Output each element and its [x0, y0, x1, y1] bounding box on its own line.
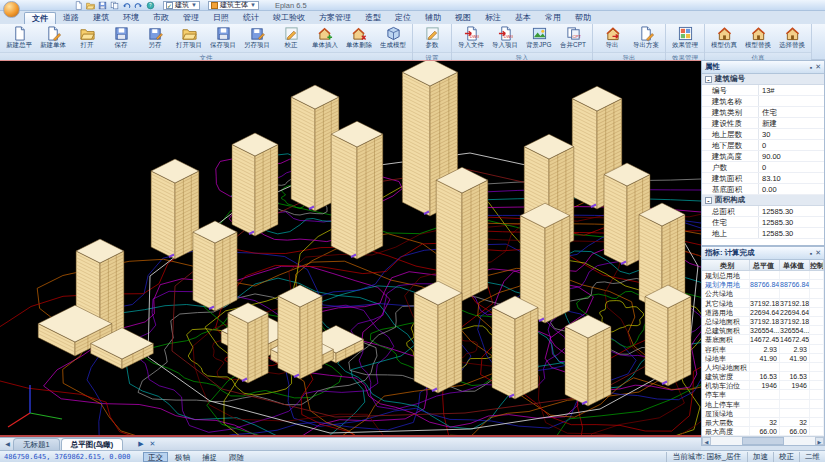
property-row[interactable]: 户数0	[702, 162, 824, 173]
scroll-right-icon[interactable]: ▶	[815, 437, 824, 445]
drawing-tab-0[interactable]: 无标题1	[13, 438, 60, 450]
ribbon-button-0-5[interactable]: 打开项目	[172, 25, 206, 51]
ribbon-button-0-9[interactable]: 单体插入	[308, 25, 342, 51]
ribbon-tab-7[interactable]: 统计	[236, 12, 266, 24]
property-row[interactable]: 地下层数0	[702, 140, 824, 151]
ribbon-tab-17[interactable]: 帮助	[568, 12, 598, 24]
qat-open-folder-icon[interactable]	[86, 1, 95, 10]
entity-combo[interactable]: 建筑主体 ▼	[208, 1, 259, 10]
pin-icon[interactable]: ▪	[810, 64, 812, 71]
ribbon-button-0-7[interactable]: 另存项目	[240, 25, 274, 51]
close-icon[interactable]: ✕	[815, 249, 821, 257]
ribbon-button-5-0[interactable]: 模型仿真	[707, 25, 741, 51]
ribbon-button-2-3[interactable]: CPT合并CPT	[556, 25, 590, 51]
status-button-1[interactable]: 校正	[773, 452, 799, 462]
stats-column-header[interactable]: 控制值	[810, 260, 824, 270]
stats-row[interactable]: 规划净用地88766.8488766.84	[702, 280, 824, 289]
property-value[interactable]: 12585.30	[759, 206, 824, 216]
stats-row[interactable]: 公共绿地	[702, 289, 824, 298]
property-row[interactable]: 编号13#	[702, 85, 824, 96]
property-row[interactable]: 总面积12585.30	[702, 206, 824, 217]
ribbon-button-0-1[interactable]: 新建单体	[36, 25, 70, 51]
ribbon-button-0-0[interactable]: 新建总平	[2, 25, 36, 51]
ribbon-tab-10[interactable]: 造型	[358, 12, 388, 24]
ribbon-button-3-0[interactable]: 导出	[595, 25, 629, 51]
qat-save-icon[interactable]	[98, 1, 107, 10]
property-value[interactable]: 0	[759, 162, 824, 172]
property-value[interactable]: 0.00	[759, 184, 824, 194]
stats-column-header[interactable]: 类别	[702, 260, 750, 270]
ribbon-button-5-2[interactable]: 选择替换	[775, 25, 809, 51]
ribbon-tab-2[interactable]: 建筑	[86, 12, 116, 24]
property-value[interactable]: 12585.30	[759, 228, 824, 238]
stats-row[interactable]: 人均绿地面积	[702, 363, 824, 372]
ribbon-tab-11[interactable]: 定位	[388, 12, 418, 24]
collapse-icon[interactable]: -	[705, 197, 712, 204]
property-row[interactable]: 建筑面积83.10	[702, 173, 824, 184]
stats-row[interactable]: 容积率2.932.93	[702, 345, 824, 354]
ribbon-tab-1[interactable]: 道路	[56, 12, 86, 24]
stats-row[interactable]: 停车率	[702, 390, 824, 399]
ribbon-tab-5[interactable]: 管理	[176, 12, 206, 24]
ribbon-tab-6[interactable]: 日照	[206, 12, 236, 24]
drawing-viewport[interactable]	[0, 60, 701, 437]
status-button-0[interactable]: 加速	[747, 452, 773, 462]
stats-column-header[interactable]: 总平值	[750, 260, 780, 270]
status-button-2[interactable]: 二维	[799, 452, 825, 462]
qat-copy-icon[interactable]	[110, 1, 119, 10]
close-icon[interactable]: ✕	[815, 63, 821, 71]
property-row[interactable]: 建筑高度90.00	[702, 151, 824, 162]
stats-row[interactable]: 机动车泊位19461946	[702, 381, 824, 390]
property-value[interactable]	[759, 96, 824, 106]
tab-prev-icon[interactable]: ◀	[2, 438, 13, 450]
layer-combo[interactable]: ✓ 建筑 ▼	[163, 1, 200, 10]
property-row[interactable]: 住宅12585.30	[702, 217, 824, 228]
ribbon-button-0-8[interactable]: 校正	[274, 25, 308, 51]
ribbon-button-0-3[interactable]: 保存	[104, 25, 138, 51]
checkbox-icon[interactable]: ✓	[166, 2, 173, 9]
stats-row[interactable]: 总建筑面积326554...326554...	[702, 326, 824, 335]
ribbon-tab-13[interactable]: 视图	[448, 12, 478, 24]
stats-row[interactable]: 绿地率41.9041.90	[702, 354, 824, 363]
stats-row[interactable]: 规划总用地	[702, 271, 824, 280]
scrollbar-track[interactable]	[711, 437, 815, 445]
status-toggle-3[interactable]: 跟随	[224, 452, 249, 462]
ribbon-button-0-11[interactable]: 生成模型	[376, 25, 410, 51]
property-row[interactable]: 地上层数30	[702, 129, 824, 140]
ribbon-tab-16[interactable]: 常用	[538, 12, 568, 24]
ribbon-button-1-0[interactable]: 参数	[415, 25, 449, 51]
stats-row[interactable]: 其它绿地37192.1837192.18	[702, 299, 824, 308]
ribbon-button-0-4[interactable]: 另存	[138, 25, 172, 51]
property-row[interactable]: 基底面积0.00	[702, 184, 824, 195]
ribbon-tab-3[interactable]: 环境	[116, 12, 146, 24]
drawing-tab-1[interactable]: 总平图(鸟瞰)	[61, 438, 124, 450]
ribbon-button-2-2[interactable]: 背景JPG	[522, 25, 556, 51]
status-toggle-2[interactable]: 捕捉	[197, 452, 222, 462]
app-logo-icon[interactable]	[3, 1, 20, 18]
property-row[interactable]: 建设性质新建	[702, 118, 824, 129]
status-toggle-1[interactable]: 极轴	[170, 452, 195, 462]
ribbon-button-0-10[interactable]: 单体删除	[342, 25, 376, 51]
stats-row[interactable]: 道路用地22694.6422694.64	[702, 308, 824, 317]
stats-row[interactable]: 屋顶绿地	[702, 409, 824, 418]
property-row[interactable]: 地上12585.30	[702, 228, 824, 239]
stats-column-header[interactable]: 单体值	[780, 260, 810, 270]
property-row[interactable]: 建筑名称	[702, 96, 824, 107]
qat-refresh-icon[interactable]: ?	[146, 1, 155, 10]
stats-row[interactable]: 总绿地面积37192.1837192.18	[702, 317, 824, 326]
collapse-icon[interactable]: -	[705, 76, 712, 83]
scrollbar-thumb[interactable]	[742, 437, 784, 445]
ribbon-button-3-1[interactable]: 导出方案	[629, 25, 663, 51]
property-value[interactable]: 90.00	[759, 151, 824, 161]
property-value[interactable]: 83.10	[759, 173, 824, 183]
qat-redo-icon[interactable]	[134, 1, 143, 10]
property-group-0[interactable]: -建筑编号	[702, 74, 824, 85]
tab-next-icon[interactable]: ▶	[138, 440, 143, 448]
horizontal-scrollbar[interactable]: ◀ ▶	[702, 436, 824, 445]
ribbon-tab-0[interactable]: 文件	[24, 12, 56, 24]
stats-row[interactable]: 建筑密度16.5316.53	[702, 372, 824, 381]
ribbon-tab-4[interactable]: 市政	[146, 12, 176, 24]
ribbon-button-2-1[interactable]: DWG导入项目	[488, 25, 522, 51]
ribbon-button-0-6[interactable]: 保存项目	[206, 25, 240, 51]
property-value[interactable]: 12585.30	[759, 217, 824, 227]
